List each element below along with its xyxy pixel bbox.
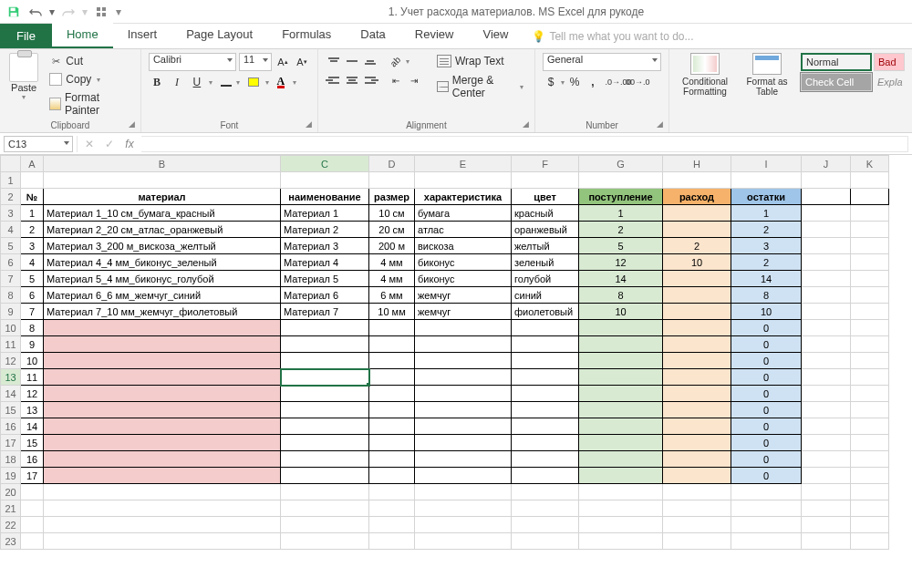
cell[interactable] [512,468,579,484]
cell[interactable] [851,238,889,254]
cell[interactable] [579,468,663,484]
cell[interactable] [663,172,731,189]
cell[interactable]: биконус [415,271,512,287]
cell[interactable] [281,517,369,533]
cell[interactable] [802,320,851,336]
cell[interactable] [802,418,851,435]
cell[interactable] [415,451,512,468]
column-header[interactable]: D [369,156,415,172]
cell[interactable]: 4 мм [369,271,415,287]
cell[interactable] [44,533,281,550]
cell[interactable] [512,517,579,533]
cell[interactable] [851,189,889,205]
row-header[interactable]: 3 [1,205,21,222]
cell[interactable]: 6 мм [369,287,415,304]
cell[interactable] [802,500,851,517]
row-header[interactable]: 4 [1,222,21,238]
cell[interactable] [579,172,663,189]
cell[interactable] [579,500,663,517]
cell[interactable]: 7 [21,304,44,320]
cell[interactable]: 1 [21,205,44,222]
cell[interactable] [731,484,802,500]
cut-button[interactable]: ✂Cut [46,53,133,69]
cell[interactable] [369,484,415,500]
cell[interactable] [851,402,889,418]
cell[interactable] [663,500,731,517]
cell[interactable] [369,353,415,369]
cell[interactable] [281,386,369,402]
cell[interactable]: 10 [21,353,44,369]
alignment-launcher-icon[interactable]: ◢ [523,119,529,129]
cell[interactable] [369,369,415,386]
cell[interactable]: 2 [731,254,802,271]
cell-header[interactable]: расход [663,189,731,205]
column-header[interactable]: E [415,156,512,172]
cell[interactable] [851,484,889,500]
cell[interactable]: 8 [21,320,44,336]
cell[interactable] [851,254,889,271]
cell[interactable]: Материал 5_4 мм_биконус_голубой [44,271,281,287]
cell[interactable] [415,418,512,435]
cell[interactable] [44,517,281,533]
cell[interactable]: Материал 2 [281,222,369,238]
cell[interactable] [21,484,44,500]
border-button[interactable] [218,74,234,90]
cell[interactable] [281,418,369,435]
cell[interactable]: жемчуг [415,304,512,320]
row-header[interactable]: 14 [1,386,21,402]
name-box[interactable]: C13 [4,136,73,152]
cell[interactable] [802,238,851,254]
cell[interactable] [579,451,663,468]
cell[interactable]: 0 [731,353,802,369]
cell[interactable] [369,500,415,517]
cell[interactable]: 2 [731,222,802,238]
cell[interactable]: 0 [731,336,802,353]
cell[interactable]: Материал 6_6 мм_жемчуг_синий [44,287,281,304]
cell[interactable] [512,484,579,500]
row-header[interactable]: 5 [1,238,21,254]
style-normal[interactable]: Normal [801,53,872,71]
column-header[interactable]: F [512,156,579,172]
insert-tab[interactable]: Insert [113,22,172,48]
cell[interactable] [512,369,579,386]
cell[interactable] [415,386,512,402]
cell[interactable]: 14 [731,271,802,287]
cell[interactable] [851,304,889,320]
cell[interactable]: биконус [415,254,512,271]
cell-header[interactable]: материал [44,189,281,205]
cell[interactable] [281,533,369,550]
cell[interactable]: 16 [21,451,44,468]
insert-function-button[interactable]: fx [121,136,138,152]
cell-header[interactable]: № [21,189,44,205]
cell[interactable]: 10 [731,304,802,320]
qat-item-icon[interactable] [91,2,111,22]
align-left-button[interactable] [326,72,342,88]
row-header[interactable]: 6 [1,254,21,271]
cell[interactable] [802,189,851,205]
cell[interactable] [579,369,663,386]
undo-dropdown-icon[interactable]: ▾ [47,2,57,22]
number-launcher-icon[interactable]: ◢ [657,119,663,129]
cell[interactable] [415,172,512,189]
review-tab[interactable]: Review [400,22,469,48]
cell[interactable] [415,500,512,517]
tellme-search[interactable]: 💡Tell me what you want to do... [523,25,702,48]
cell[interactable] [369,172,415,189]
redo-dropdown-icon[interactable]: ▾ [80,2,89,22]
cell-header[interactable]: поступление [579,189,663,205]
cell[interactable] [369,533,415,550]
cell[interactable]: Материал 3_200 м_вискоза_желтый [44,238,281,254]
row-header[interactable]: 7 [1,271,21,287]
cell[interactable] [44,336,281,353]
row-header[interactable]: 13 [1,369,21,386]
cell[interactable]: Материал 7_10 мм_жемчуг_фиолетовый [44,304,281,320]
cell[interactable] [802,533,851,550]
cell[interactable]: 2 [579,222,663,238]
cell[interactable]: 200 м [369,238,415,254]
cell[interactable] [369,517,415,533]
cell[interactable] [281,402,369,418]
cell[interactable] [369,468,415,484]
cell[interactable] [851,500,889,517]
cell[interactable] [851,271,889,287]
cell[interactable] [512,320,579,336]
